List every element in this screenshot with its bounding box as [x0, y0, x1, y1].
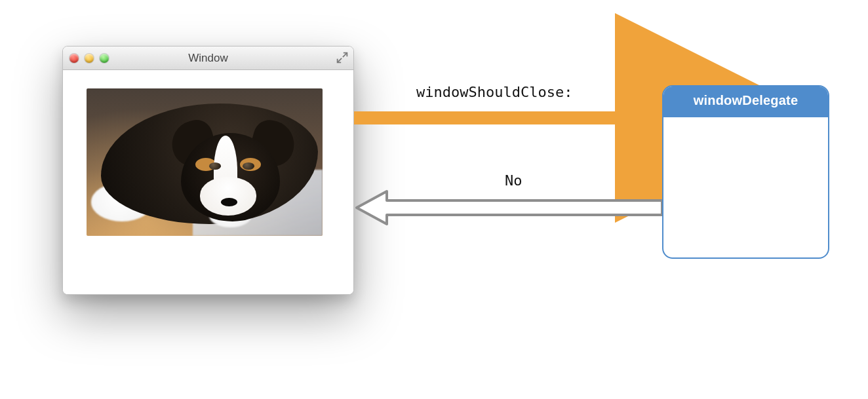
- traffic-lights: [69, 54, 109, 63]
- app-window: Window: [62, 46, 354, 295]
- delegate-box-title: windowDelegate: [663, 86, 828, 117]
- arrow-to-delegate-label: windowShouldClose:: [416, 84, 572, 100]
- fullscreen-icon[interactable]: [335, 50, 349, 65]
- zoom-window-icon[interactable]: [100, 54, 109, 63]
- window-content: [63, 70, 353, 294]
- delegate-box: windowDelegate: [662, 85, 829, 259]
- arrow-to-window: [354, 190, 662, 225]
- window-image: [87, 88, 323, 236]
- window-titlebar: Window: [63, 47, 353, 70]
- arrow-to-delegate: [354, 102, 662, 134]
- close-window-icon[interactable]: [69, 54, 79, 63]
- diagram-canvas: Window: [0, 0, 868, 399]
- arrow-to-window-label: No: [505, 172, 523, 189]
- minimize-window-icon[interactable]: [85, 54, 94, 63]
